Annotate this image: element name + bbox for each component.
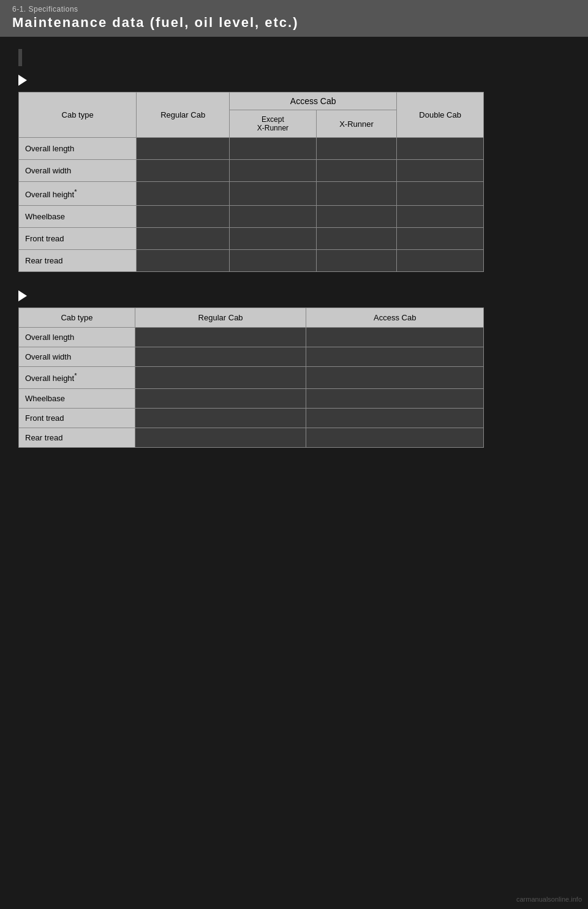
row-wheelbase-2: Wheelbase: [19, 388, 135, 408]
data-cell: [135, 408, 306, 428]
table-row: Overall length: [19, 138, 484, 160]
table-row: Wheelbase: [19, 206, 484, 228]
data-cell: [230, 138, 317, 160]
row-front-tread-2: Front tread: [19, 408, 135, 428]
data-cell: [397, 250, 484, 272]
arrow-triangle-2: [18, 290, 27, 301]
data-cell: [137, 250, 230, 272]
data-cell: [135, 388, 306, 408]
row-overall-length-1: Overall length: [19, 138, 137, 160]
table-row: Overall width: [19, 347, 484, 367]
data-cell: [306, 388, 484, 408]
data-cell: [230, 228, 317, 250]
data-cell: [230, 250, 317, 272]
table2-access-cab-header: Access Cab: [306, 308, 484, 328]
row-rear-tread-2: Rear tread: [19, 428, 135, 447]
table2-container: Cab type Regular Cab Access Cab Overall …: [18, 307, 570, 447]
header-bar: 6-1. Specifications Maintenance data (fu…: [0, 0, 588, 37]
data-cell: [306, 328, 484, 347]
table-row: Wheelbase: [19, 388, 484, 408]
row-overall-height-1: Overall height*: [19, 182, 137, 206]
table1-xrunner-header: X-Runner: [316, 110, 397, 138]
data-cell: [316, 250, 397, 272]
data-cell: [230, 182, 317, 206]
table2-cab-type-header: Cab type: [19, 308, 135, 328]
data-cell: [397, 138, 484, 160]
arrow-triangle-1: [18, 75, 27, 86]
table-row: Rear tread: [19, 428, 484, 447]
asterisk-1: *: [74, 188, 77, 195]
data-cell: [316, 206, 397, 228]
table-row: Overall width: [19, 160, 484, 182]
data-cell: [137, 228, 230, 250]
data-cell: [306, 408, 484, 428]
row-overall-width-1: Overall width: [19, 160, 137, 182]
data-cell: [135, 428, 306, 447]
table-row: Front tread: [19, 408, 484, 428]
data-cell: [306, 428, 484, 447]
data-cell: [230, 160, 317, 182]
row-rear-tread-1: Rear tread: [19, 250, 137, 272]
data-cell: [397, 160, 484, 182]
data-cell: [137, 138, 230, 160]
row-overall-width-2: Overall width: [19, 347, 135, 367]
row-wheelbase-1: Wheelbase: [19, 206, 137, 228]
table1-container: Cab type Regular Cab Access Cab Double C…: [18, 92, 570, 272]
arrow-indicator-1: [18, 75, 570, 86]
table1-cab-type-header: Cab type: [19, 92, 137, 138]
table-row: Overall height*: [19, 182, 484, 206]
data-cell: [316, 138, 397, 160]
content-area: Cab type Regular Cab Access Cab Double C…: [0, 37, 588, 478]
data-cell: [137, 160, 230, 182]
data-cell: [135, 347, 306, 367]
data-cell: [316, 182, 397, 206]
table1: Cab type Regular Cab Access Cab Double C…: [18, 92, 484, 272]
data-cell: [397, 182, 484, 206]
watermark: carmanualsonline.info: [516, 896, 582, 903]
data-cell: [306, 347, 484, 367]
header-subtitle: 6-1. Specifications: [12, 5, 576, 13]
data-cell: [135, 328, 306, 347]
arrow-indicator-2: [18, 290, 570, 301]
table-row: Front tread: [19, 228, 484, 250]
table1-double-cab-header: Double Cab: [397, 92, 484, 138]
section-marker: [18, 49, 22, 66]
data-cell: [135, 367, 306, 388]
row-overall-length-2: Overall length: [19, 328, 135, 347]
table2: Cab type Regular Cab Access Cab Overall …: [18, 307, 484, 447]
header-title: Maintenance data (fuel, oil level, etc.): [12, 15, 576, 34]
table1-access-cab-header: Access Cab: [230, 92, 397, 110]
row-front-tread-1: Front tread: [19, 228, 137, 250]
data-cell: [316, 228, 397, 250]
table1-regular-cab-header: Regular Cab: [137, 92, 230, 138]
data-cell: [230, 206, 317, 228]
asterisk-2: *: [74, 372, 77, 379]
data-cell: [306, 367, 484, 388]
data-cell: [397, 206, 484, 228]
data-cell: [137, 206, 230, 228]
table-row: Rear tread: [19, 250, 484, 272]
table-row: Overall length: [19, 328, 484, 347]
data-cell: [137, 182, 230, 206]
table1-except-xrunner-header: ExceptX-Runner: [230, 110, 317, 138]
row-overall-height-2: Overall height*: [19, 367, 135, 388]
data-cell: [316, 160, 397, 182]
table2-regular-cab-header: Regular Cab: [135, 308, 306, 328]
data-cell: [397, 228, 484, 250]
table-row: Overall height*: [19, 367, 484, 388]
